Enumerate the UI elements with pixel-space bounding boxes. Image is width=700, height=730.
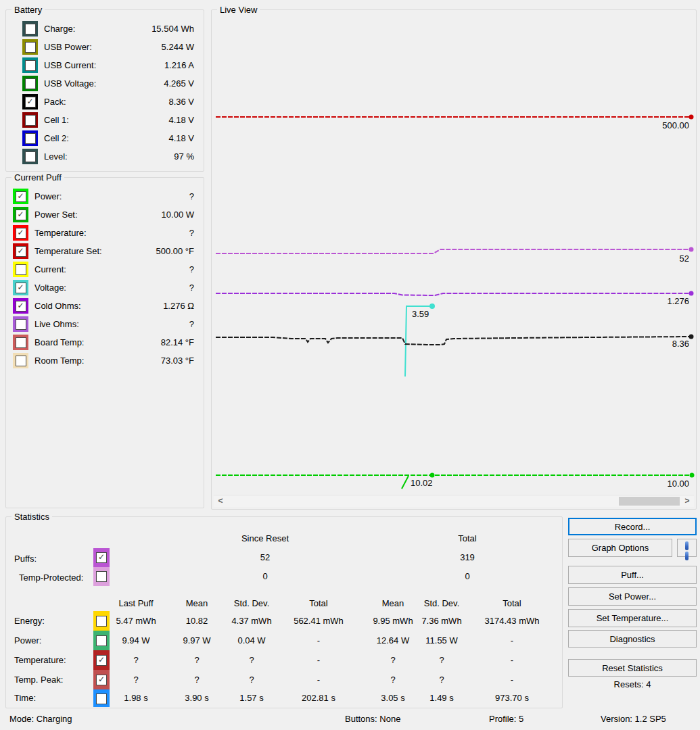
series-checkbox[interactable]: ✓ xyxy=(16,210,26,220)
stat-cell: 5.47 mWh xyxy=(116,616,156,626)
set-temperature-button[interactable]: Set Temperature... xyxy=(568,609,697,627)
temp-peak-color-swatch: ✓ xyxy=(93,670,110,689)
energy-color-swatch xyxy=(93,611,110,631)
series-color-swatch: ✓ xyxy=(13,207,28,222)
graph-scrollbar[interactable]: < > xyxy=(214,495,694,507)
puff-button[interactable]: Puff... xyxy=(568,566,697,584)
checkmark-icon: ✓ xyxy=(98,675,105,684)
stat-cell: ? xyxy=(439,675,444,685)
row-value: 1.276 Ω xyxy=(113,301,194,311)
series-color-swatch: ✓ xyxy=(22,94,38,110)
current-puff-row: ✓ Voltage: ? xyxy=(6,280,202,296)
scrollbar-thumb[interactable] xyxy=(619,497,680,506)
current-puff-row: Board Temp: 82.14 °F xyxy=(6,335,202,351)
series-checkbox[interactable] xyxy=(25,133,36,144)
pack-voltage-endpoint xyxy=(689,335,694,339)
statistics-panel: Statistics Since Reset Total Puffs: ✓ 52… xyxy=(5,516,563,708)
series-color-swatch xyxy=(22,21,38,36)
temp-peak-checkbox[interactable]: ✓ xyxy=(96,675,107,685)
live-graph[interactable] xyxy=(212,10,696,494)
series-checkbox[interactable] xyxy=(16,264,26,275)
stat-cell: 0.04 W xyxy=(237,635,265,646)
series-color-swatch xyxy=(13,262,28,277)
live-view-panel: Live View 500.00 52 1.276 8.36 3.59 10.0… xyxy=(211,9,697,510)
stat-cell: 11.55 W xyxy=(425,635,457,646)
row-label: Cell 1: xyxy=(44,115,69,125)
energy-checkbox[interactable] xyxy=(96,616,107,627)
stat-cell: ? xyxy=(249,675,254,685)
puffs-color-swatch: ✓ xyxy=(93,548,110,567)
row-label: Level: xyxy=(44,151,68,162)
current-puff-row: Room Temp: 73.03 °F xyxy=(6,353,202,369)
time-checkbox[interactable] xyxy=(96,694,107,704)
row-label: Power Set: xyxy=(34,210,78,220)
col-header-total-sr: Total xyxy=(309,598,327,608)
graph-options-button[interactable]: Graph Options xyxy=(568,539,672,557)
pause-graph-button[interactable] xyxy=(677,539,697,557)
series-checkbox[interactable] xyxy=(25,151,36,162)
row-label: Temperature: xyxy=(34,228,87,238)
series-checkbox[interactable]: ✓ xyxy=(16,283,26,293)
series-checkbox[interactable]: ✓ xyxy=(25,97,36,107)
row-value: 82.14 °F xyxy=(113,337,194,347)
series-color-swatch: ✓ xyxy=(13,243,28,259)
series-checkbox[interactable] xyxy=(25,60,36,71)
temperature-checkbox[interactable]: ✓ xyxy=(96,655,107,666)
series-checkbox[interactable] xyxy=(16,356,26,366)
series-checkbox[interactable] xyxy=(16,337,26,348)
row-value: 15.504 Wh xyxy=(113,24,194,34)
series-checkbox[interactable]: ✓ xyxy=(16,246,26,257)
row-label: Current: xyxy=(34,264,66,274)
series-checkbox[interactable]: ✓ xyxy=(16,228,26,239)
diagnostics-button[interactable]: Diagnostics xyxy=(568,630,697,648)
battery-row: Charge: 15.504 Wh xyxy=(6,21,202,37)
col-header-total-total: Total xyxy=(503,598,521,608)
row-value: ? xyxy=(113,228,194,238)
since-reset-header: Since Reset xyxy=(241,533,289,543)
battery-row: USB Power: 5.244 W xyxy=(6,39,202,55)
series-color-swatch: ✓ xyxy=(13,225,28,241)
pause-icon xyxy=(684,540,690,560)
series-checkbox[interactable] xyxy=(25,78,36,89)
series-checkbox[interactable] xyxy=(25,24,36,34)
record-button[interactable]: Record... xyxy=(568,518,697,535)
time-label: Time: xyxy=(14,693,36,703)
stat-cell: - xyxy=(317,655,320,665)
puffs-value-label: 52 xyxy=(680,253,689,264)
stat-cell: 1.57 s xyxy=(239,693,263,703)
series-checkbox[interactable] xyxy=(25,115,36,126)
series-color-swatch xyxy=(13,335,28,350)
series-checkbox[interactable] xyxy=(16,319,26,330)
stat-cell: 3174.43 mWh xyxy=(485,616,540,626)
reset-statistics-button[interactable]: Reset Statistics xyxy=(568,659,697,677)
set-power-button[interactable]: Set Power... xyxy=(568,587,697,606)
current-puff-row: ✓ Power: ? xyxy=(6,189,202,205)
scroll-left-icon[interactable]: < xyxy=(215,496,226,506)
row-label: Pack: xyxy=(44,97,66,107)
checkmark-icon: ✓ xyxy=(17,246,24,256)
row-value: 4.265 V xyxy=(113,78,194,89)
series-checkbox[interactable]: ✓ xyxy=(16,191,26,202)
temp-protected-checkbox[interactable] xyxy=(96,571,107,582)
power-set-peak-tick xyxy=(402,476,409,489)
row-label: Live Ohms: xyxy=(34,319,79,329)
series-checkbox[interactable] xyxy=(25,42,36,53)
row-value: ? xyxy=(113,319,194,329)
battery-row: USB Current: 1.216 A xyxy=(6,57,202,74)
series-color-swatch xyxy=(22,39,38,55)
row-value: 1.216 A xyxy=(113,60,194,70)
series-color-swatch xyxy=(22,76,38,91)
current-puff-row: ✓ Cold Ohms: 1.276 Ω xyxy=(6,298,202,314)
series-checkbox[interactable]: ✓ xyxy=(16,301,26,312)
puffs-checkbox[interactable]: ✓ xyxy=(96,552,107,563)
stat-cell: 1.49 s xyxy=(429,693,453,703)
series-color-swatch: ✓ xyxy=(13,298,28,314)
stat-cell: ? xyxy=(390,655,395,665)
row-value: 97 % xyxy=(113,151,194,162)
stat-cell: ? xyxy=(133,655,138,665)
resets-count-label: Resets: 4 xyxy=(568,679,697,689)
temp-protected-color-swatch xyxy=(93,567,110,586)
scroll-right-icon[interactable]: > xyxy=(682,496,693,506)
power-label: Power: xyxy=(14,635,41,646)
power-checkbox[interactable] xyxy=(96,635,107,646)
